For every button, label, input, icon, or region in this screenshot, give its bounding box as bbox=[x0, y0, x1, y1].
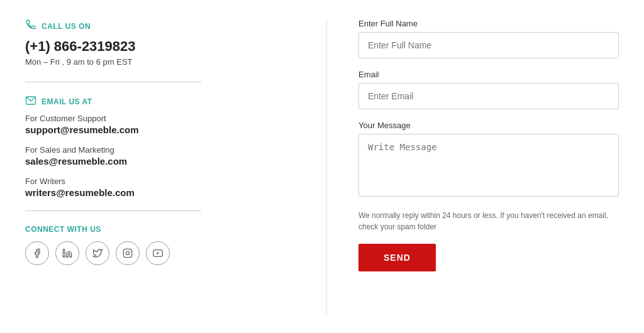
message-label: Your Message bbox=[358, 121, 619, 130]
contact-writers: For Writers writers@resumeble.com bbox=[25, 177, 301, 198]
call-section: CALL US ON (+1) 866-2319823 Mon – Fri , … bbox=[25, 19, 301, 67]
contact-sales-label: For Sales and Marketing bbox=[25, 145, 301, 155]
divider-1 bbox=[25, 82, 201, 82]
instagram-icon[interactable] bbox=[116, 241, 140, 265]
connect-title: CONNECT WITH US bbox=[25, 225, 101, 234]
hours-text: Mon – Fri , 9 am to 6 pm EST bbox=[25, 57, 301, 67]
message-group: Your Message bbox=[358, 121, 619, 199]
message-textarea[interactable] bbox=[358, 134, 619, 197]
phone-icon bbox=[25, 19, 36, 33]
reply-note: We normally reply within 24 hours or les… bbox=[358, 210, 619, 232]
call-header: CALL US ON bbox=[25, 19, 301, 33]
contact-sales: For Sales and Marketing sales@resumeble.… bbox=[25, 145, 301, 166]
email-group: Email bbox=[358, 70, 619, 109]
full-name-label: Enter Full Name bbox=[358, 19, 619, 28]
phone-number: (+1) 866-2319823 bbox=[25, 38, 301, 55]
contact-writers-label: For Writers bbox=[25, 177, 301, 186]
social-icons bbox=[25, 241, 301, 265]
left-panel: CALL US ON (+1) 866-2319823 Mon – Fri , … bbox=[25, 19, 327, 314]
svg-rect-2 bbox=[123, 249, 131, 257]
svg-point-1 bbox=[63, 249, 65, 251]
contact-sales-email: sales@resumeble.com bbox=[25, 156, 301, 166]
send-button[interactable]: SEND bbox=[358, 244, 436, 271]
email-icon bbox=[25, 95, 36, 109]
right-panel: Enter Full Name Email Your Message We no… bbox=[327, 19, 619, 314]
facebook-icon[interactable] bbox=[25, 241, 49, 265]
svg-marker-5 bbox=[157, 252, 160, 254]
page-container: CALL US ON (+1) 866-2319823 Mon – Fri , … bbox=[0, 0, 644, 333]
connect-section: CONNECT WITH US bbox=[25, 224, 301, 265]
call-title: CALL US ON bbox=[42, 22, 91, 31]
full-name-input[interactable] bbox=[358, 32, 619, 58]
youtube-icon[interactable] bbox=[146, 241, 170, 265]
divider-2 bbox=[25, 210, 201, 211]
email-input[interactable] bbox=[358, 83, 619, 109]
email-label: Email bbox=[358, 70, 619, 79]
contact-support-email: support@resumeble.com bbox=[25, 124, 301, 135]
contact-support-label: For Customer Support bbox=[25, 114, 301, 123]
email-section: EMAIL US AT For Customer Support support… bbox=[25, 95, 301, 198]
full-name-group: Enter Full Name bbox=[358, 19, 619, 58]
email-header: EMAIL US AT bbox=[25, 95, 301, 109]
email-title: EMAIL US AT bbox=[42, 97, 92, 106]
svg-point-3 bbox=[126, 251, 129, 254]
contact-support: For Customer Support support@resumeble.c… bbox=[25, 114, 301, 135]
twitter-icon[interactable] bbox=[86, 241, 109, 265]
svg-point-4 bbox=[130, 251, 130, 251]
contact-writers-email: writers@resumeble.com bbox=[25, 187, 301, 198]
linkedin-icon[interactable] bbox=[55, 241, 79, 265]
